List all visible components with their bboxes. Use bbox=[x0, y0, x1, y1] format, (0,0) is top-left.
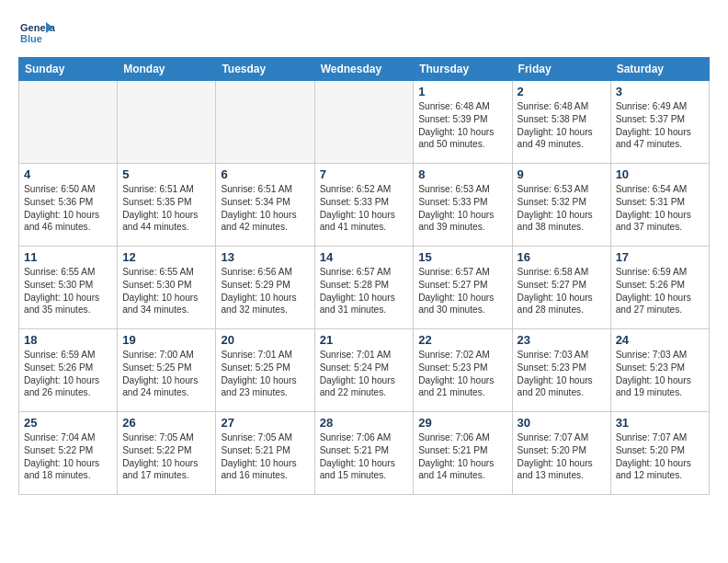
day-info: Sunrise: 6:49 AM Sunset: 5:37 PM Dayligh… bbox=[616, 100, 704, 151]
calendar-cell: 7Sunrise: 6:52 AM Sunset: 5:33 PM Daylig… bbox=[314, 164, 414, 247]
calendar-cell: 20Sunrise: 7:01 AM Sunset: 5:25 PM Dayli… bbox=[216, 329, 314, 412]
day-number: 11 bbox=[24, 250, 112, 264]
week-row-3: 11Sunrise: 6:55 AM Sunset: 5:30 PM Dayli… bbox=[19, 247, 710, 329]
day-number: 13 bbox=[221, 250, 309, 264]
day-number: 17 bbox=[616, 250, 704, 264]
week-row-5: 25Sunrise: 7:04 AM Sunset: 5:22 PM Dayli… bbox=[19, 412, 710, 495]
calendar-cell: 26Sunrise: 7:05 AM Sunset: 5:22 PM Dayli… bbox=[118, 412, 216, 495]
calendar-cell: 13Sunrise: 6:56 AM Sunset: 5:29 PM Dayli… bbox=[216, 247, 314, 329]
calendar-header-tuesday: Tuesday bbox=[216, 58, 314, 81]
calendar-cell: 17Sunrise: 6:59 AM Sunset: 5:26 PM Dayli… bbox=[610, 247, 709, 329]
calendar-cell: 24Sunrise: 7:03 AM Sunset: 5:23 PM Dayli… bbox=[610, 329, 709, 412]
day-info: Sunrise: 6:54 AM Sunset: 5:31 PM Dayligh… bbox=[616, 183, 704, 234]
day-info: Sunrise: 7:05 AM Sunset: 5:21 PM Dayligh… bbox=[221, 431, 309, 482]
calendar-cell: 29Sunrise: 7:06 AM Sunset: 5:21 PM Dayli… bbox=[414, 412, 512, 495]
day-number: 1 bbox=[418, 85, 506, 98]
day-info: Sunrise: 7:07 AM Sunset: 5:20 PM Dayligh… bbox=[518, 431, 606, 482]
calendar-header-wednesday: Wednesday bbox=[314, 58, 414, 81]
day-number: 21 bbox=[320, 333, 409, 347]
calendar-cell: 22Sunrise: 7:02 AM Sunset: 5:23 PM Dayli… bbox=[414, 329, 512, 412]
day-info: Sunrise: 7:01 AM Sunset: 5:24 PM Dayligh… bbox=[320, 349, 409, 399]
day-info: Sunrise: 6:51 AM Sunset: 5:35 PM Dayligh… bbox=[122, 183, 210, 234]
day-number: 2 bbox=[518, 85, 606, 98]
day-number: 15 bbox=[418, 250, 506, 264]
week-row-4: 18Sunrise: 6:59 AM Sunset: 5:26 PM Dayli… bbox=[19, 329, 710, 412]
day-number: 29 bbox=[418, 416, 506, 430]
day-info: Sunrise: 7:01 AM Sunset: 5:25 PM Dayligh… bbox=[221, 349, 309, 399]
calendar-cell: 15Sunrise: 6:57 AM Sunset: 5:27 PM Dayli… bbox=[414, 247, 512, 329]
calendar-cell: 30Sunrise: 7:07 AM Sunset: 5:20 PM Dayli… bbox=[512, 412, 610, 495]
day-info: Sunrise: 7:03 AM Sunset: 5:23 PM Dayligh… bbox=[518, 349, 606, 399]
day-info: Sunrise: 6:51 AM Sunset: 5:34 PM Dayligh… bbox=[221, 183, 309, 234]
day-number: 18 bbox=[24, 333, 112, 347]
day-info: Sunrise: 6:55 AM Sunset: 5:30 PM Dayligh… bbox=[122, 266, 210, 316]
calendar-header-sunday: Sunday bbox=[19, 58, 118, 81]
calendar-cell: 16Sunrise: 6:58 AM Sunset: 5:27 PM Dayli… bbox=[512, 247, 610, 329]
calendar-header-monday: Monday bbox=[118, 58, 216, 81]
calendar-cell: 27Sunrise: 7:05 AM Sunset: 5:21 PM Dayli… bbox=[216, 412, 314, 495]
calendar-body: 1Sunrise: 6:48 AM Sunset: 5:39 PM Daylig… bbox=[19, 81, 710, 495]
day-info: Sunrise: 7:04 AM Sunset: 5:22 PM Dayligh… bbox=[24, 431, 112, 482]
svg-text:Blue: Blue bbox=[20, 33, 42, 44]
logo-icon: General Blue bbox=[18, 15, 55, 52]
day-info: Sunrise: 6:52 AM Sunset: 5:33 PM Dayligh… bbox=[320, 183, 409, 234]
week-row-2: 4Sunrise: 6:50 AM Sunset: 5:36 PM Daylig… bbox=[19, 164, 710, 247]
day-info: Sunrise: 6:58 AM Sunset: 5:27 PM Dayligh… bbox=[518, 266, 606, 316]
day-info: Sunrise: 7:06 AM Sunset: 5:21 PM Dayligh… bbox=[320, 431, 409, 482]
calendar-cell: 23Sunrise: 7:03 AM Sunset: 5:23 PM Dayli… bbox=[512, 329, 610, 412]
day-number: 19 bbox=[122, 333, 210, 347]
day-number: 30 bbox=[518, 416, 606, 430]
day-info: Sunrise: 6:50 AM Sunset: 5:36 PM Dayligh… bbox=[24, 183, 112, 234]
calendar-header-row: SundayMondayTuesdayWednesdayThursdayFrid… bbox=[19, 58, 710, 81]
calendar-cell: 11Sunrise: 6:55 AM Sunset: 5:30 PM Dayli… bbox=[19, 247, 118, 329]
day-number: 8 bbox=[418, 167, 506, 181]
calendar-cell: 21Sunrise: 7:01 AM Sunset: 5:24 PM Dayli… bbox=[314, 329, 414, 412]
day-number: 12 bbox=[122, 250, 210, 264]
day-number: 24 bbox=[616, 333, 704, 347]
calendar-cell bbox=[118, 81, 216, 164]
day-info: Sunrise: 6:55 AM Sunset: 5:30 PM Dayligh… bbox=[24, 266, 112, 316]
day-number: 4 bbox=[24, 167, 112, 181]
day-number: 14 bbox=[320, 250, 409, 264]
week-row-1: 1Sunrise: 6:48 AM Sunset: 5:39 PM Daylig… bbox=[19, 81, 710, 164]
calendar-cell: 1Sunrise: 6:48 AM Sunset: 5:39 PM Daylig… bbox=[414, 81, 512, 164]
calendar-cell bbox=[314, 81, 414, 164]
day-info: Sunrise: 6:57 AM Sunset: 5:27 PM Dayligh… bbox=[418, 266, 506, 316]
calendar-header-saturday: Saturday bbox=[610, 58, 709, 81]
calendar-header-thursday: Thursday bbox=[414, 58, 512, 81]
day-number: 20 bbox=[221, 333, 309, 347]
day-number: 31 bbox=[616, 416, 704, 430]
day-info: Sunrise: 7:02 AM Sunset: 5:23 PM Dayligh… bbox=[418, 349, 506, 399]
day-number: 27 bbox=[221, 416, 309, 430]
day-number: 7 bbox=[320, 167, 409, 181]
calendar-cell: 10Sunrise: 6:54 AM Sunset: 5:31 PM Dayli… bbox=[610, 164, 709, 247]
calendar-cell: 25Sunrise: 7:04 AM Sunset: 5:22 PM Dayli… bbox=[19, 412, 118, 495]
day-number: 16 bbox=[518, 250, 606, 264]
day-info: Sunrise: 6:53 AM Sunset: 5:32 PM Dayligh… bbox=[518, 183, 606, 234]
calendar-header-friday: Friday bbox=[512, 58, 610, 81]
calendar-cell: 6Sunrise: 6:51 AM Sunset: 5:34 PM Daylig… bbox=[216, 164, 314, 247]
day-number: 10 bbox=[616, 167, 704, 181]
day-info: Sunrise: 7:00 AM Sunset: 5:25 PM Dayligh… bbox=[122, 349, 210, 399]
calendar-cell: 18Sunrise: 6:59 AM Sunset: 5:26 PM Dayli… bbox=[19, 329, 118, 412]
day-number: 5 bbox=[122, 167, 210, 181]
day-info: Sunrise: 7:05 AM Sunset: 5:22 PM Dayligh… bbox=[122, 431, 210, 482]
calendar-cell: 4Sunrise: 6:50 AM Sunset: 5:36 PM Daylig… bbox=[19, 164, 118, 247]
day-number: 9 bbox=[518, 167, 606, 181]
calendar-table: SundayMondayTuesdayWednesdayThursdayFrid… bbox=[18, 57, 710, 495]
calendar-cell bbox=[216, 81, 314, 164]
day-info: Sunrise: 6:56 AM Sunset: 5:29 PM Dayligh… bbox=[221, 266, 309, 316]
day-number: 28 bbox=[320, 416, 409, 430]
day-info: Sunrise: 7:07 AM Sunset: 5:20 PM Dayligh… bbox=[616, 431, 704, 482]
calendar-cell: 9Sunrise: 6:53 AM Sunset: 5:32 PM Daylig… bbox=[512, 164, 610, 247]
calendar-cell: 3Sunrise: 6:49 AM Sunset: 5:37 PM Daylig… bbox=[610, 81, 709, 164]
calendar-cell: 31Sunrise: 7:07 AM Sunset: 5:20 PM Dayli… bbox=[610, 412, 709, 495]
calendar-cell bbox=[19, 81, 118, 164]
day-info: Sunrise: 7:03 AM Sunset: 5:23 PM Dayligh… bbox=[616, 349, 704, 399]
calendar-cell: 8Sunrise: 6:53 AM Sunset: 5:33 PM Daylig… bbox=[414, 164, 512, 247]
calendar-cell: 19Sunrise: 7:00 AM Sunset: 5:25 PM Dayli… bbox=[118, 329, 216, 412]
calendar-cell: 5Sunrise: 6:51 AM Sunset: 5:35 PM Daylig… bbox=[118, 164, 216, 247]
calendar-cell: 28Sunrise: 7:06 AM Sunset: 5:21 PM Dayli… bbox=[314, 412, 414, 495]
day-number: 23 bbox=[518, 333, 606, 347]
day-info: Sunrise: 6:48 AM Sunset: 5:38 PM Dayligh… bbox=[518, 100, 606, 151]
